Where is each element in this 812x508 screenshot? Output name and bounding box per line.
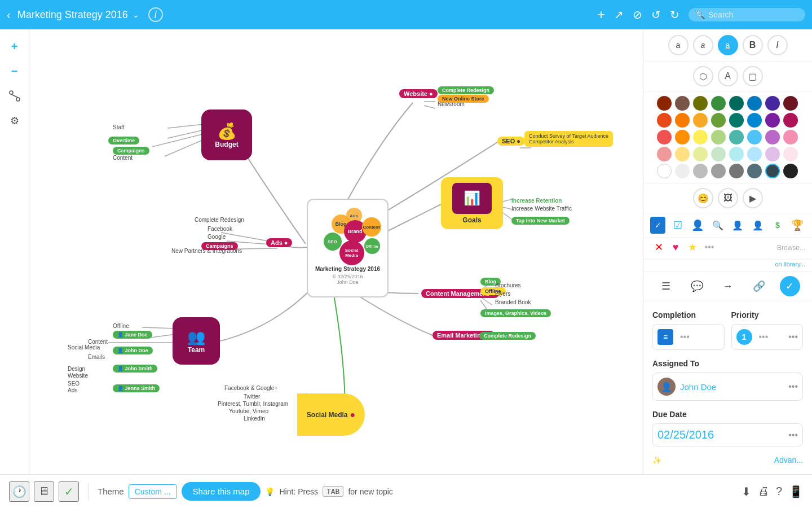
- connect-button[interactable]: [5, 86, 25, 106]
- share-action-button[interactable]: ↗: [614, 8, 624, 21]
- color-swatch[interactable]: [675, 96, 690, 111]
- color-swatch[interactable]: [729, 130, 744, 144]
- back-button[interactable]: ‹: [7, 8, 11, 21]
- assigned-field[interactable]: 👤 John Doe •••: [652, 373, 803, 401]
- color-swatch[interactable]: [783, 130, 798, 144]
- search-box[interactable]: 🔍: [689, 8, 805, 21]
- color-swatch[interactable]: [675, 130, 690, 144]
- zoom-in-button[interactable]: +: [5, 36, 25, 56]
- sticker-heart[interactable]: ♥: [667, 239, 684, 256]
- color-swatch[interactable]: [747, 147, 762, 161]
- advanced-link[interactable]: Advan...: [774, 456, 803, 465]
- color-swatch[interactable]: [747, 164, 762, 178]
- video-button[interactable]: ▶: [743, 188, 763, 208]
- priority-more[interactable]: •••: [788, 332, 798, 342]
- node-website[interactable]: Website ●: [399, 88, 438, 98]
- font-regular[interactable]: a: [668, 35, 689, 55]
- library-link[interactable]: on library...: [643, 260, 812, 271]
- text-style-btn[interactable]: A: [718, 66, 738, 86]
- sticker-remove[interactable]: ✕: [650, 239, 667, 256]
- font-italic-a[interactable]: a: [693, 35, 713, 55]
- print-button[interactable]: 🖨: [758, 485, 769, 498]
- color-swatch[interactable]: [657, 130, 672, 144]
- canvas[interactable]: 💰 Budget Staff Overtime Campaigns Conten…: [29, 29, 643, 474]
- color-swatch[interactable]: [711, 130, 726, 144]
- assigned-dots[interactable]: •••: [788, 382, 798, 392]
- redo-button[interactable]: ↻: [670, 8, 679, 21]
- color-swatch[interactable]: [657, 113, 672, 128]
- color-swatch[interactable]: [711, 113, 726, 128]
- font-bold[interactable]: B: [743, 35, 763, 55]
- sticker-dollar[interactable]: $: [770, 217, 785, 234]
- node-seo[interactable]: SEO ●: [497, 135, 525, 146]
- sticker-check[interactable]: ✓: [650, 217, 665, 234]
- screen-button[interactable]: 🖥: [34, 481, 54, 502]
- color-swatch[interactable]: [711, 164, 726, 178]
- color-swatch[interactable]: [693, 130, 708, 144]
- color-swatch[interactable]: [783, 96, 798, 111]
- priority-dots[interactable]: •••: [759, 332, 769, 342]
- color-black[interactable]: [783, 164, 798, 178]
- color-swatch[interactable]: [729, 96, 744, 111]
- color-swatch[interactable]: [657, 96, 672, 111]
- node-social-media[interactable]: Social Media ●: [297, 393, 365, 436]
- frame-style-btn[interactable]: ▢: [743, 66, 763, 86]
- sticker-more[interactable]: •••: [701, 239, 718, 256]
- color-swatch[interactable]: [765, 96, 780, 111]
- color-swatch[interactable]: [693, 147, 708, 161]
- magic-button[interactable]: ✨: [652, 456, 661, 465]
- menu-btn[interactable]: ☰: [656, 276, 676, 296]
- node-budget[interactable]: 💰 Budget: [201, 110, 252, 160]
- emoji-button[interactable]: 😊: [693, 188, 713, 208]
- sticker-search[interactable]: 🔍: [710, 217, 725, 234]
- duedate-dots[interactable]: •••: [788, 430, 798, 440]
- completion-field[interactable]: ≡ •••: [652, 324, 725, 350]
- color-swatch[interactable]: [747, 96, 762, 111]
- comment-btn[interactable]: 💬: [687, 276, 707, 296]
- node-campaigns-left[interactable]: Ads ●: [266, 237, 292, 247]
- add-button[interactable]: +: [597, 7, 605, 23]
- undo-button[interactable]: ↺: [651, 8, 661, 21]
- node-style-btn[interactable]: ⬡: [693, 66, 713, 86]
- color-swatch[interactable]: [675, 147, 690, 161]
- help-button[interactable]: ?: [776, 485, 782, 498]
- color-swatch[interactable]: [711, 96, 726, 111]
- color-swatch[interactable]: [729, 113, 744, 128]
- confirm-btn[interactable]: ✓: [780, 276, 800, 296]
- download-button[interactable]: ⬇: [742, 485, 751, 498]
- settings-button[interactable]: ⚙: [5, 111, 25, 131]
- node-goals[interactable]: 📊 Goals: [441, 177, 503, 229]
- color-swatch[interactable]: [729, 147, 744, 161]
- sticker-profile[interactable]: 👤: [750, 217, 765, 234]
- color-swatch[interactable]: [765, 130, 780, 144]
- share-button[interactable]: Share this map: [182, 482, 261, 501]
- color-swatch[interactable]: [783, 147, 798, 161]
- priority-field[interactable]: 1 ••• •••: [731, 324, 804, 350]
- color-white[interactable]: [657, 164, 672, 178]
- color-swatch[interactable]: [675, 164, 690, 178]
- node-team[interactable]: 👥 Team: [173, 317, 220, 365]
- color-swatch[interactable]: [783, 113, 798, 128]
- mobile-button[interactable]: 📱: [789, 485, 803, 498]
- color-swatch[interactable]: [747, 113, 762, 128]
- completion-dots[interactable]: •••: [680, 332, 690, 342]
- zoom-out-button[interactable]: −: [5, 61, 25, 81]
- sticker-star[interactable]: ★: [684, 239, 701, 256]
- color-swatch[interactable]: [729, 164, 744, 178]
- image-button[interactable]: 🖼: [718, 188, 738, 208]
- color-swatch[interactable]: [765, 113, 780, 128]
- color-swatch[interactable]: [765, 147, 780, 161]
- font-underline-a[interactable]: a: [718, 35, 738, 55]
- history-button[interactable]: 🕐: [9, 481, 29, 502]
- color-swatch[interactable]: [693, 113, 708, 128]
- color-swatch[interactable]: [693, 96, 708, 111]
- sticker-checkmark[interactable]: ☑: [670, 217, 685, 234]
- search-input[interactable]: [708, 10, 798, 19]
- center-node[interactable]: Blog Ads Brand Content SEO Social Media …: [307, 199, 389, 297]
- font-italic[interactable]: I: [767, 35, 788, 55]
- template-button[interactable]: ⊘: [633, 8, 642, 21]
- duedate-field[interactable]: 02/25/2016 •••: [652, 423, 803, 446]
- color-swatch[interactable]: [693, 164, 708, 178]
- checkmark-button[interactable]: ✓: [59, 481, 79, 502]
- custom-button[interactable]: Custom ...: [129, 484, 177, 499]
